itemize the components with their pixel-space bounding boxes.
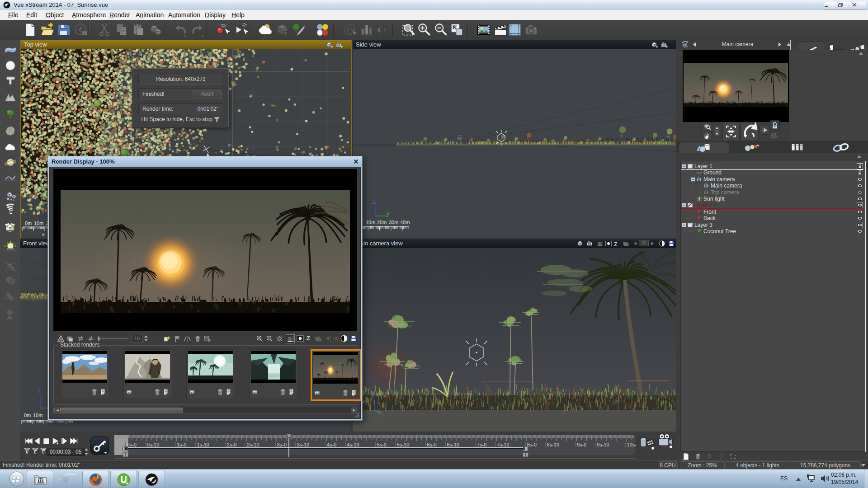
layer-row-layer-1[interactable]: Layer 1 [681, 163, 865, 169]
eye-icon[interactable] [857, 196, 863, 202]
blend-spinner[interactable] [144, 335, 148, 342]
expand-toggle[interactable] [682, 223, 686, 227]
tab-objects[interactable] [679, 142, 729, 153]
minimize-button[interactable] [824, 2, 838, 9]
eye-box-icon[interactable] [857, 222, 863, 228]
note-icon[interactable] [225, 388, 233, 396]
render-display-titlebar[interactable]: Render Display - 100% [48, 156, 362, 167]
stop-button[interactable] [42, 437, 51, 445]
lock-icon[interactable] [857, 169, 863, 176]
v-save-icon[interactable] [668, 240, 675, 247]
eye-box-icon[interactable] [857, 202, 863, 208]
zoom-status[interactable]: Zoom : 25% [680, 461, 725, 469]
trash-icon[interactable] [90, 388, 98, 396]
camera-center-button[interactable] [722, 122, 740, 141]
layer-label[interactable]: Layer 1 [694, 163, 712, 169]
flip-object-icon[interactable] [374, 22, 390, 38]
paste-object-icon[interactable] [147, 22, 162, 38]
paint-ecosystem-icon[interactable] [290, 22, 306, 38]
tray-volume-icon[interactable] [820, 474, 830, 483]
z-buffer-toggle[interactable]: Z [614, 240, 617, 249]
layer-row-layer-3[interactable]: Layer 3 [681, 222, 865, 228]
collapse-panel-arrow[interactable] [859, 52, 863, 55]
camera-rotate-button[interactable] [741, 122, 759, 141]
tab-links[interactable] [821, 143, 861, 153]
eye-icon[interactable] [857, 209, 863, 215]
camera-pan-button[interactable] [702, 131, 712, 141]
taskbar-explorer-button[interactable] [27, 471, 53, 488]
stacked-render-thumbnail-valley-airship[interactable] [249, 349, 298, 399]
abort-button[interactable]: Abort [193, 90, 222, 98]
layer-row-main-camera[interactable]: Main camera [681, 183, 865, 189]
camera-view-titlebar[interactable]: Main camera view Z00 [353, 239, 676, 248]
copy-icon[interactable] [114, 22, 130, 38]
resize-grip[interactable] [354, 412, 360, 418]
step-back-button[interactable] [33, 437, 42, 445]
text-3d-icon[interactable] [4, 75, 17, 87]
taskbar-firefox-button[interactable] [82, 471, 109, 488]
drop-object-icon[interactable] [4, 308, 17, 320]
layer-row-front[interactable]: Front [681, 209, 865, 215]
eye-icon[interactable] [857, 183, 863, 189]
menu-edit[interactable]: Edit [24, 11, 39, 20]
top-view-titlebar[interactable]: Top view [21, 40, 351, 49]
previous-frame-icon[interactable] [633, 241, 637, 246]
stacked-render-thumbnail-beach-palms[interactable] [186, 349, 235, 399]
restore-button[interactable] [838, 2, 852, 9]
hide-funnel-icon[interactable] [214, 117, 220, 122]
drop-object-icon[interactable] [717, 453, 725, 460]
display-options-icon[interactable] [326, 41, 333, 48]
new-file-icon[interactable] [22, 22, 38, 38]
timecode-field[interactable]: 00:00:03 - 05 [47, 448, 85, 456]
show-desktop-button[interactable] [864, 469, 868, 488]
zoom-region-icon[interactable] [401, 22, 417, 38]
filter-funnel-1-icon[interactable] [24, 448, 31, 454]
skip-to-end-button[interactable] [69, 437, 78, 445]
animation-key-button[interactable] [90, 436, 109, 455]
play-animation-icon[interactable] [232, 22, 248, 38]
v-save-icon[interactable] [349, 334, 358, 343]
z-depth-toggle[interactable]: Z [307, 335, 310, 342]
layer-label[interactable]: Front [703, 209, 716, 215]
blend-value-field[interactable]: 10 [131, 335, 143, 343]
expand-toggle[interactable] [682, 164, 686, 169]
v-contrast-icon[interactable] [658, 240, 665, 247]
flag-render-icon[interactable] [174, 335, 181, 343]
rock-icon[interactable] [4, 124, 17, 137]
tray-network-icon[interactable] [807, 474, 816, 483]
cut-icon[interactable] [97, 22, 113, 38]
atmosphere-editor-icon[interactable] [258, 22, 273, 38]
filter-funnel-3-icon[interactable] [40, 448, 47, 454]
open-file-icon[interactable] [40, 22, 55, 38]
tray-language[interactable]: ES [780, 475, 788, 482]
layer-label[interactable]: Back [703, 215, 716, 221]
v-cube-icon[interactable] [576, 240, 584, 247]
layer-row-sun-light[interactable]: Sun light [681, 196, 865, 202]
eye-icon[interactable] [857, 176, 863, 183]
cloud-icon[interactable] [4, 141, 17, 153]
camera-advance-button[interactable] [760, 126, 769, 135]
note-icon[interactable] [350, 389, 358, 397]
layer-row-coconut-tree[interactable]: Coconut Tree [681, 228, 865, 235]
menu-help[interactable]: Help [230, 11, 246, 20]
stacked-render-thumbnail-sunrise-palms[interactable] [311, 349, 361, 401]
zoom-in-icon[interactable] [416, 22, 432, 38]
tornado-icon[interactable] [4, 203, 17, 216]
stacked-render-thumbnail-mountain-warrior[interactable] [123, 349, 172, 399]
light-bulb-icon[interactable] [4, 241, 17, 253]
render-display-window[interactable]: Render Display - 100% A10Z00 Stacked ren… [47, 156, 363, 421]
zoom-out-render-icon[interactable] [266, 335, 274, 343]
vegetation-icon[interactable] [4, 108, 17, 121]
layer-label[interactable]: Top camera [711, 189, 739, 196]
next-camera-arrow[interactable] [778, 42, 782, 47]
layer-label[interactable]: Main camera [711, 183, 742, 189]
compare-side-icon[interactable] [184, 335, 191, 343]
material-editor-icon[interactable] [315, 22, 330, 38]
v-circle-icon[interactable] [296, 334, 304, 343]
export-render-icon[interactable] [163, 335, 170, 343]
tab-materials[interactable] [730, 143, 771, 153]
start-button[interactable] [5, 470, 28, 488]
expand-toggle[interactable] [682, 203, 686, 207]
record-animation-icon[interactable] [215, 22, 230, 38]
planet-icon[interactable] [4, 156, 17, 169]
